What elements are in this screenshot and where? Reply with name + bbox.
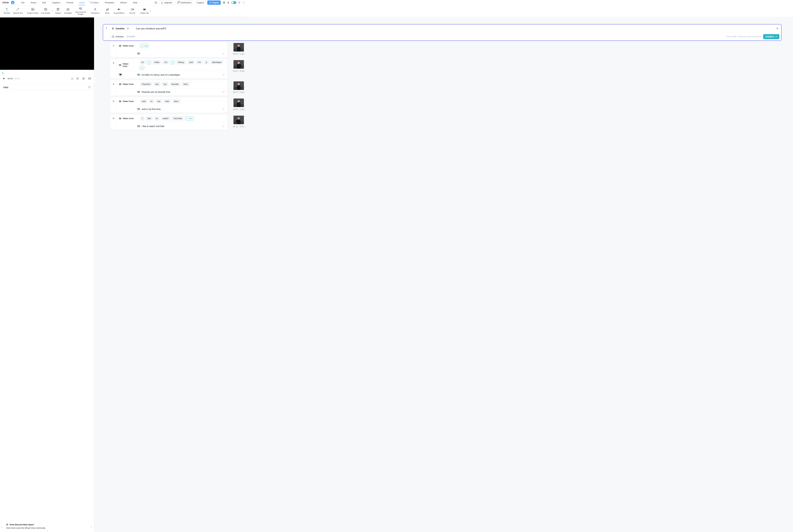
support-button[interactable]: Support (195, 0, 206, 5)
empty-clip-chevron-icon[interactable] (150, 10, 152, 12)
tool-text-box[interactable]: Text Box (2, 7, 12, 15)
word-chip[interactable]: Henry, (176, 60, 186, 64)
collapse-toolbar-button[interactable] (242, 1, 245, 4)
word-chip[interactable]: and (140, 99, 148, 103)
tool-stylized-text[interactable]: Stylized Text (12, 7, 24, 15)
clip-name-box[interactable]: Clip1 (1, 84, 93, 90)
clip-card[interactable]: 6 Video Cuts IliketowatchYouTube[- 3.6s] (110, 114, 227, 130)
notifications-button[interactable]: Notifications (175, 0, 193, 5)
clip-card[interactable]: 2 Video Cuts [- 1.8s] (110, 42, 227, 57)
tool-music[interactable]: Music (102, 7, 112, 15)
word-chip[interactable]: developer (210, 60, 223, 64)
tool-sound-effects[interactable]: Sound Effects (112, 7, 125, 15)
preview-label[interactable]: Preview (116, 35, 123, 38)
menu-templates[interactable]: Templates (101, 0, 117, 5)
search-button[interactable] (154, 1, 157, 4)
clip-number: 2 (110, 42, 117, 57)
word-chip[interactable]: Peaches (140, 82, 152, 86)
word-chip[interactable]: free (163, 99, 171, 103)
user-avatar[interactable] (11, 1, 15, 4)
tool-auto-insert-ai-images[interactable]: Auto-Insert AI Images (73, 6, 88, 16)
clip-thumbnail[interactable] (233, 43, 244, 52)
gap-chip[interactable]: [-] (170, 60, 175, 64)
speaker-name[interactable]: Caroline (116, 27, 124, 30)
word-chip[interactable]: to (154, 116, 159, 120)
play-button[interactable] (2, 77, 5, 80)
tool-characters[interactable]: Characters (90, 7, 101, 15)
export-button[interactable]: Export (207, 0, 221, 5)
menu-format[interactable]: Format (63, 0, 76, 5)
tool-record[interactable]: Record (127, 7, 137, 15)
upgrade-button[interactable]: Upgrade (159, 0, 174, 5)
speaker-options-button[interactable] (126, 27, 130, 30)
external-link-icon[interactable] (88, 86, 91, 89)
gap-chip[interactable]: [-] (147, 60, 151, 64)
word-chip[interactable]: watch (161, 116, 170, 120)
link-icon[interactable] (222, 125, 225, 128)
tool-image-video[interactable]: Image & Video (26, 7, 40, 15)
menu-ai-voice[interactable]: AI Voice (88, 0, 101, 5)
word-chip[interactable]: I'm (196, 60, 203, 64)
gap-chip[interactable]: [-] (139, 66, 144, 70)
playback-speed[interactable]: 1x (71, 77, 73, 80)
menu-edit[interactable]: Edit (39, 0, 49, 5)
aspect-ratio-button[interactable] (88, 77, 91, 80)
clip-number: 4 (110, 80, 117, 96)
word-chip[interactable]: time, (172, 99, 181, 103)
caption-text[interactable]: and in my free time, (142, 108, 161, 110)
word-chip[interactable]: a (204, 60, 209, 64)
grid-button[interactable] (82, 77, 85, 80)
gap-chip[interactable]: [- 3.6s] (185, 116, 194, 120)
tool-shapes[interactable]: Shapes (53, 7, 63, 15)
theme-toggle[interactable] (231, 1, 236, 4)
clip-card[interactable]: 3 Video Cuts Hi[-]HelloI'm[-]Henry,andI'… (110, 59, 227, 78)
new-indicator-dot (89, 1, 90, 2)
clip-thumbnail[interactable] (233, 81, 244, 90)
caption-text[interactable]: Peaches are my favorite fruit, (142, 91, 171, 93)
word-chip[interactable]: fruit, (182, 82, 190, 86)
link-icon[interactable] (222, 73, 225, 76)
word-chip[interactable]: in (149, 99, 154, 103)
word-chip[interactable]: my (155, 99, 162, 103)
link-icon[interactable] (222, 52, 225, 55)
tool-free-assets[interactable]: Free Assets (40, 7, 52, 15)
settings-button[interactable]: ⚙ (223, 1, 226, 4)
media-thumbnail[interactable] (118, 73, 122, 76)
tool-empty-clip[interactable]: Empty Clip (139, 7, 150, 15)
word-chip[interactable]: YouTube (172, 116, 184, 120)
clip-thumbnail[interactable] (233, 98, 244, 107)
clip-thumbnail[interactable] (233, 60, 244, 69)
link-icon[interactable] (222, 108, 225, 110)
caption-text[interactable]: I like to watch YouTube (142, 125, 164, 128)
menu-file[interactable]: File (18, 0, 27, 5)
tool-ai-images[interactable]: AI Images (63, 7, 73, 15)
clip-type-label: Video Cuts (122, 117, 134, 119)
active-clip-row[interactable]: 1 Caroline Can you introduce yourself? (103, 24, 247, 41)
screenshot-button[interactable] (76, 77, 79, 80)
word-chip[interactable]: and (187, 60, 195, 64)
menu-help[interactable]: Help (130, 0, 140, 5)
word-chip[interactable]: Hello (153, 60, 161, 64)
menu-effects[interactable]: Effects (117, 0, 130, 5)
link-icon[interactable] (222, 91, 225, 93)
clip-card[interactable]: 4 Video Cuts Peachesaremyfavoritefruit, (110, 80, 227, 96)
menu-home[interactable]: Home (27, 0, 39, 5)
word-chip[interactable]: my (161, 82, 168, 86)
word-chip[interactable]: favorite (170, 82, 180, 86)
video-preview[interactable] (0, 17, 94, 70)
timeline-playhead[interactable] (2, 72, 3, 74)
caption-text[interactable]: Hi Hello I'm Henry, and I'm a developer (142, 74, 180, 76)
clip-thumbnail[interactable] (233, 116, 244, 124)
chevron-right-icon (95, 79, 97, 81)
word-chip[interactable]: like (146, 116, 153, 120)
menu-insert[interactable]: Insert (76, 0, 88, 5)
clip-card[interactable]: 5 Video Cuts andinmyfreetime, (110, 97, 227, 113)
free-assets-chevron-icon[interactable] (51, 10, 53, 12)
gap-chip[interactable]: [- 1.8s] (140, 44, 149, 48)
script-text-input[interactable]: Can you introduce yourself? (136, 27, 166, 30)
word-chip[interactable]: are (154, 82, 160, 86)
word-chip[interactable]: I'm (162, 60, 169, 64)
word-chip[interactable]: Hi (139, 60, 146, 64)
word-chip[interactable]: I (140, 116, 144, 120)
menu-captions[interactable]: Captions (49, 0, 63, 5)
